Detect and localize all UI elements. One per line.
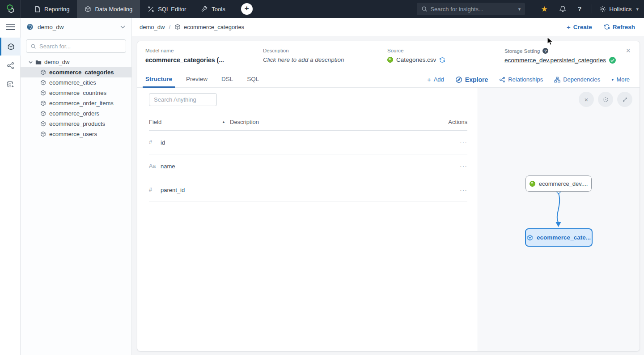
storage-section: Storage Setting ? ecommerce_dev.persiste… xyxy=(504,48,631,67)
refresh-icon xyxy=(604,24,610,30)
source-file-name[interactable]: Categories.csv xyxy=(396,56,436,63)
model-name-value[interactable]: ecommerce_categories (... xyxy=(145,56,263,64)
cube-icon xyxy=(40,100,46,106)
connection-selector[interactable]: demo_dw xyxy=(21,18,131,36)
field-row-id[interactable]: # id ··· xyxy=(149,131,467,154)
field-row-parent-id[interactable]: # parent_id ··· xyxy=(149,178,467,202)
tree-search[interactable] xyxy=(26,39,126,53)
sitemap-icon xyxy=(554,77,560,83)
breadcrumb-parent[interactable]: demo_dw xyxy=(140,24,165,30)
nav-item-data-modeling[interactable]: Data Modeling xyxy=(77,0,140,18)
main-nav: Reporting Data Modeling SQL Editor Tools xyxy=(27,0,233,18)
plus-icon: + xyxy=(567,23,571,31)
rail-item-data-models[interactable] xyxy=(0,38,21,56)
search-caret-icon[interactable]: ▾ xyxy=(518,6,521,12)
gear-icon xyxy=(599,6,606,13)
notifications-bell-icon[interactable] xyxy=(559,5,566,13)
tab-sql[interactable]: SQL xyxy=(247,72,259,88)
favorites-star-icon[interactable]: ★ xyxy=(541,4,547,14)
share-network-icon xyxy=(7,62,14,69)
lineage-diagram-pane[interactable]: × xyxy=(478,88,640,351)
fields-search[interactable] xyxy=(149,93,217,106)
global-search-input[interactable] xyxy=(430,6,515,13)
wrench-icon xyxy=(201,6,208,13)
tree-item-label: ecommerce_order_items xyxy=(49,100,114,107)
create-button-label: Create xyxy=(573,24,592,30)
folder-icon xyxy=(35,60,42,65)
compass-icon xyxy=(455,76,462,83)
source-status-icon xyxy=(530,181,535,187)
help-icon[interactable]: ? xyxy=(578,5,582,13)
search-icon xyxy=(421,6,428,12)
nav-item-sql-editor[interactable]: SQL Editor xyxy=(140,0,194,18)
sync-icon[interactable] xyxy=(439,57,445,63)
tree-item-ecommerce-categories[interactable]: ecommerce_categories xyxy=(21,67,131,77)
diagram-node-source[interactable]: ecommerce_dev.... xyxy=(525,175,592,192)
model-header: Model name ecommerce_categories (... Des… xyxy=(137,41,640,72)
sql-tools-icon xyxy=(148,6,154,13)
tree-search-input[interactable] xyxy=(39,43,122,50)
field-row-name[interactable]: Aa name ··· xyxy=(149,154,467,178)
fields-search-input[interactable] xyxy=(154,96,212,103)
tree-item-ecommerce-users[interactable]: ecommerce_users xyxy=(21,129,131,139)
tab-structure[interactable]: Structure xyxy=(145,72,172,88)
tree-item-ecommerce-orders[interactable]: ecommerce_orders xyxy=(21,108,131,119)
description-placeholder[interactable]: Click here to add a description xyxy=(263,56,387,63)
diagram-expand-button[interactable] xyxy=(617,92,632,107)
model-tree: demo_dw ecommerce_categories ecommerce_c… xyxy=(21,57,131,139)
account-name: Holistics xyxy=(609,6,631,13)
diagram-node-label: ecommerce_cate... xyxy=(537,234,591,241)
global-add-button[interactable]: + xyxy=(241,3,253,15)
relationships-button[interactable]: Relationships xyxy=(499,76,543,83)
diagram-close-button[interactable]: × xyxy=(579,92,594,107)
cube-icon xyxy=(174,24,181,30)
tree-folder-demo-dw[interactable]: demo_dw xyxy=(21,57,131,67)
tree-item-ecommerce-products[interactable]: ecommerce_products xyxy=(21,119,131,129)
global-search[interactable]: ▾ xyxy=(417,3,525,15)
cube-icon xyxy=(527,235,533,241)
create-button[interactable]: + Create xyxy=(567,23,592,31)
tree-item-ecommerce-cities[interactable]: ecommerce_cities xyxy=(21,77,131,88)
tab-preview[interactable]: Preview xyxy=(186,72,208,88)
holistics-app: Reporting Data Modeling SQL Editor Tools xyxy=(0,0,644,355)
model-body: Field ▲ Description Actions # id ··· Aa xyxy=(137,88,640,351)
column-field-label[interactable]: Field xyxy=(149,119,161,125)
tree-item-label: ecommerce_users xyxy=(49,131,97,137)
description-label: Description xyxy=(263,48,387,53)
add-field-button[interactable]: + Add xyxy=(427,76,444,83)
nav-item-reporting[interactable]: Reporting xyxy=(27,0,77,18)
breadcrumb-current: ecommerce_categories xyxy=(184,24,244,30)
report-icon xyxy=(34,6,41,13)
tree-item-ecommerce-countries[interactable]: ecommerce_countries xyxy=(21,88,131,98)
row-actions-button[interactable]: ··· xyxy=(441,186,467,193)
diagram-center-button[interactable] xyxy=(598,92,613,107)
more-button[interactable]: ▾ More xyxy=(611,76,630,83)
diagram-node-model[interactable]: ecommerce_cate... xyxy=(525,228,593,247)
rail-item-data-sources[interactable] xyxy=(0,75,21,93)
cube-icon xyxy=(40,111,46,116)
breadcrumb-separator: / xyxy=(169,24,170,30)
nav-item-tools[interactable]: Tools xyxy=(194,0,233,18)
field-name: name xyxy=(161,163,175,170)
account-menu[interactable]: Holistics ▾ xyxy=(599,6,639,13)
tree-item-ecommerce-order-items[interactable]: ecommerce_order_items xyxy=(21,98,131,108)
row-actions-button[interactable]: ··· xyxy=(441,139,467,146)
hamburger-menu-icon[interactable] xyxy=(0,18,21,36)
tab-dsl[interactable]: DSL xyxy=(221,72,233,88)
expand-icon xyxy=(622,96,628,103)
rail-item-relationships[interactable] xyxy=(0,56,21,74)
close-icon[interactable]: × xyxy=(626,47,631,54)
nav-item-label: SQL Editor xyxy=(158,6,186,13)
top-navbar: Reporting Data Modeling SQL Editor Tools xyxy=(0,0,644,18)
refresh-button[interactable]: Refresh xyxy=(604,24,635,30)
connection-name: demo_dw xyxy=(38,24,64,30)
storage-label: Storage Setting xyxy=(504,48,540,54)
column-description-label: Description xyxy=(230,119,441,125)
sort-asc-icon[interactable]: ▲ xyxy=(222,120,225,124)
storage-table-link[interactable]: ecommerce_dev.persisted_categories xyxy=(504,57,606,64)
row-actions-button[interactable]: ··· xyxy=(441,163,467,170)
storage-help-icon[interactable]: ? xyxy=(542,48,548,54)
holistics-logo[interactable] xyxy=(0,0,21,18)
dependencies-button[interactable]: Dependencies xyxy=(554,76,600,83)
explore-button[interactable]: Explore xyxy=(455,76,488,83)
